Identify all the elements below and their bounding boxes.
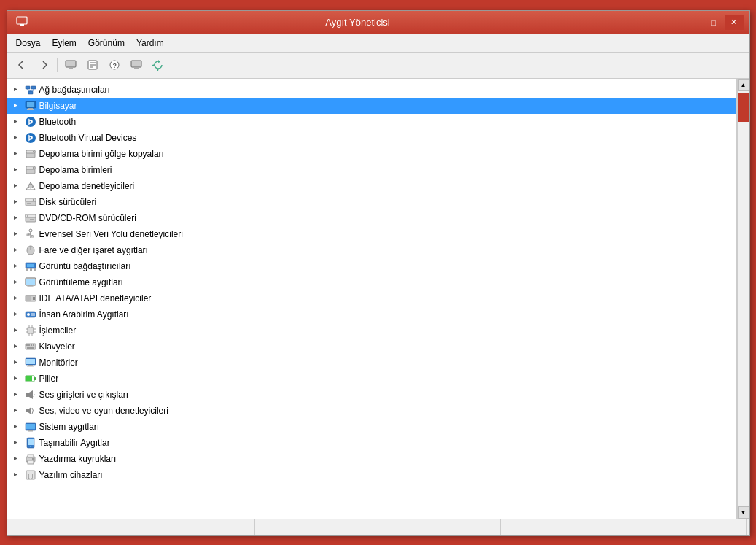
svg-point-39 (33, 167, 34, 169)
tree-item-battery[interactable]: Piller (7, 371, 736, 387)
tree-item-audio-in-out[interactable]: Ses girişleri ve çıkışları (7, 387, 736, 403)
back-button[interactable] (12, 55, 32, 74)
tree-item-display-devices[interactable]: Görüntüleme aygıtları (7, 274, 736, 290)
svg-marker-111 (14, 425, 17, 428)
tree-item-computer[interactable]: Bilgisayar (7, 98, 736, 114)
menu-gorunum[interactable]: Görünüm (82, 36, 130, 50)
expand-icon-network[interactable] (10, 84, 22, 96)
expand-icon-software[interactable] (10, 469, 22, 481)
expand-icon-storage-shadow[interactable] (10, 148, 22, 160)
svg-rect-93 (26, 344, 28, 346)
expand-icon-ide[interactable] (10, 293, 22, 304)
tree-item-storage-ctrl[interactable]: Depolama denetleyicileri (7, 178, 736, 194)
expand-icon-system[interactable] (10, 421, 22, 433)
device-icon-usb (24, 228, 37, 240)
expand-icon-mouse[interactable] (10, 244, 22, 256)
tree-item-ide[interactable]: IDE ATA/ATAPI denetleyiciler (7, 290, 736, 306)
tree-item-storage-units[interactable]: Depolama birimleri (7, 162, 736, 178)
status-section-3 (501, 519, 747, 535)
tree-item-dvd[interactable]: DVD/CD-ROM sürücüleri (7, 210, 736, 226)
expand-icon-computer[interactable] (10, 100, 22, 112)
tree-item-keyboard[interactable]: Klavyeler (7, 339, 736, 355)
expand-icon-battery[interactable] (10, 373, 22, 384)
tree-item-network[interactable]: Ağ bağdaştırıcıları (7, 82, 736, 98)
forward-button[interactable] (34, 55, 54, 74)
expand-icon-storage-ctrl[interactable] (10, 180, 22, 192)
svg-rect-4 (69, 67, 73, 69)
scroll-thumb[interactable] (738, 93, 749, 122)
svg-rect-70 (28, 285, 33, 287)
expand-icon-hid[interactable] (10, 309, 22, 320)
tree-item-portable[interactable]: Taşınabilir Aygıtlar (7, 435, 736, 451)
properties-button[interactable] (82, 55, 103, 74)
expand-icon-bluetooth-virtual[interactable] (10, 132, 22, 144)
tree-item-software[interactable]: { } Yazılım cihazları (7, 467, 736, 483)
svg-marker-14 (158, 60, 160, 63)
expand-icon-disk[interactable] (10, 196, 22, 208)
device-tree[interactable]: Ağ bağdaştırıcıları Bilgisayar Bluetooth… (7, 79, 737, 519)
svg-rect-105 (34, 377, 36, 380)
device-icon-network (24, 84, 37, 96)
tree-item-bluetooth[interactable]: Bluetooth (7, 114, 736, 130)
svg-marker-109 (14, 409, 17, 412)
tree-item-usb[interactable]: Evrensel Seri Veri Yolu denetleyicileri (7, 226, 736, 242)
expand-icon-processor[interactable] (10, 325, 22, 336)
expand-icon-usb[interactable] (10, 228, 22, 240)
device-icon-keyboard (24, 341, 37, 352)
expand-icon-portable[interactable] (10, 437, 22, 449)
device-icon-bluetooth-virtual (24, 132, 37, 144)
tree-item-disk[interactable]: Disk sürücüleri (7, 194, 736, 210)
expand-icon-keyboard[interactable] (10, 341, 22, 352)
expand-icon-monitors[interactable] (10, 357, 22, 368)
svg-marker-32 (14, 152, 17, 155)
tree-item-processor[interactable]: İşlemciler (7, 322, 736, 339)
tree-item-hid[interactable]: İnsan Arabirim Aygıtları (7, 306, 736, 322)
tree-item-monitors[interactable]: Monitörler (7, 355, 736, 371)
close-button[interactable]: ✕ (725, 15, 744, 30)
tree-item-display-adapter[interactable]: Görüntü bağdaştırıcıları (7, 258, 736, 274)
detail-view-button[interactable] (126, 55, 147, 74)
tree-item-audio-video[interactable]: Ses, video ve oyun denetleyicileri (7, 403, 736, 419)
menu-dosya[interactable]: Dosya (10, 36, 47, 50)
menu-bar: Dosya Eylem Görünüm Yardım (7, 34, 749, 53)
expand-icon-audio-in-out[interactable] (10, 389, 22, 401)
scroll-down-button[interactable]: ▼ (738, 506, 749, 519)
expand-icon-audio-video[interactable] (10, 405, 22, 417)
svg-rect-25 (27, 102, 34, 107)
tree-item-system[interactable]: Sistem aygıtları (7, 419, 736, 435)
tree-item-mouse[interactable]: Fare ve diğer işaret aygıtları (7, 242, 736, 258)
svg-marker-42 (14, 200, 17, 204)
expand-icon-display-devices[interactable] (10, 277, 22, 288)
svg-rect-94 (28, 344, 30, 346)
svg-rect-46 (27, 203, 31, 204)
tree-item-print[interactable]: Yazdırma kuyrukları (7, 451, 736, 467)
expand-icon-storage-units[interactable] (10, 164, 22, 176)
maximize-button[interactable]: □ (704, 15, 723, 30)
svg-rect-56 (27, 234, 29, 236)
tree-item-bluetooth-virtual[interactable]: Bluetooth Virtual Devices (7, 130, 736, 146)
svg-point-118 (30, 446, 31, 447)
device-label-dvd: DVD/CD-ROM sürücüleri (39, 213, 136, 223)
expand-icon-print[interactable] (10, 453, 22, 465)
expand-icon-bluetooth[interactable] (10, 116, 22, 128)
minimize-button[interactable]: ─ (684, 15, 703, 30)
svg-rect-63 (27, 264, 34, 267)
refresh-button[interactable] (148, 55, 168, 74)
tree-item-storage-shadow[interactable]: Depolama birimi gölge kopyaları (7, 146, 736, 162)
svg-rect-16 (26, 86, 30, 89)
expand-icon-display-adapter[interactable] (10, 260, 22, 272)
device-icon-audio-video (24, 405, 37, 417)
expand-icon-dvd[interactable] (10, 212, 22, 224)
svg-marker-98 (14, 360, 17, 364)
menu-eylem[interactable]: Eylem (47, 36, 82, 50)
computer-icon-btn[interactable] (61, 55, 81, 74)
svg-marker-107 (14, 393, 17, 396)
svg-rect-106 (26, 376, 32, 381)
scrollbar[interactable]: ▲ ▼ (737, 79, 749, 519)
menu-yardim[interactable]: Yardım (130, 36, 170, 50)
device-label-monitors: Monitörler (39, 357, 78, 368)
help-button[interactable]: ? (104, 55, 125, 74)
svg-rect-97 (27, 347, 34, 349)
device-icon-audio-in-out (24, 389, 37, 401)
scroll-up-button[interactable]: ▲ (738, 79, 749, 91)
